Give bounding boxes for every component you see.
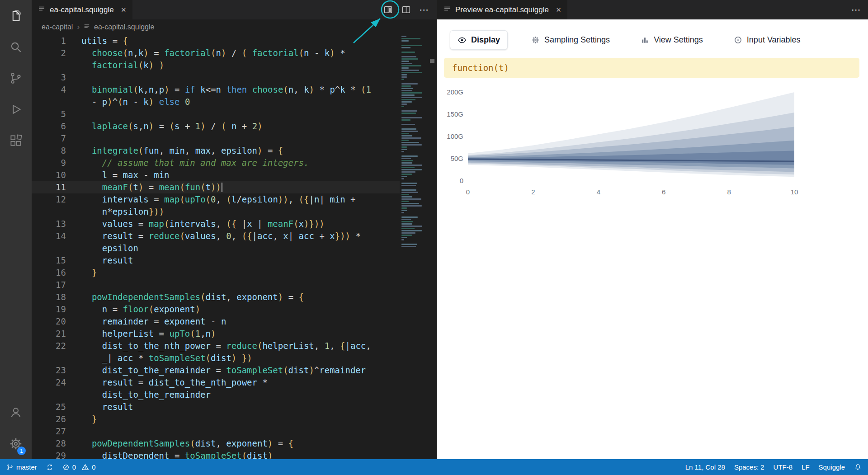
more-actions-button[interactable]: ⋯ (851, 0, 861, 19)
code-row[interactable]: n*epsilon})) (32, 206, 400, 218)
line-number[interactable]: 20 (38, 315, 66, 328)
code-row[interactable]: 10 l = max - min (32, 169, 400, 181)
line-number[interactable]: 2 (38, 47, 66, 59)
tab-sampling-settings[interactable]: Sampling Settings (524, 31, 617, 49)
code-row[interactable]: 14 result = reduce(values, 0, ({|acc, x|… (32, 230, 400, 242)
tab-close-icon[interactable]: × (556, 5, 561, 15)
line-number[interactable]: 4 (38, 84, 66, 96)
code-row[interactable]: 9 // assume that min and max are integer… (32, 157, 400, 169)
line-number[interactable] (38, 242, 66, 254)
line-number[interactable]: 26 (38, 413, 66, 425)
code-editor[interactable]: 1utils = {2 choose(n,k) = factorial(n) /… (32, 35, 400, 459)
line-number[interactable]: 5 (38, 108, 66, 120)
branch-indicator[interactable]: master (6, 463, 37, 471)
open-preview-side-button[interactable] (383, 5, 393, 14)
code-row[interactable]: 8 integrate(fun, min, max, epsilon) = { (32, 145, 400, 157)
tab-display[interactable]: Display (450, 30, 508, 50)
tab-input-variables[interactable]: Input Variables (726, 31, 808, 49)
settings-gear-icon[interactable] (0, 430, 32, 457)
line-number[interactable] (38, 352, 66, 364)
line-number[interactable]: 27 (38, 425, 66, 437)
code-row[interactable]: 3 (32, 71, 400, 84)
line-number[interactable] (38, 96, 66, 108)
tab-ea-capital-squiggle[interactable]: ea-capital.squiggle × (32, 0, 132, 19)
code-row[interactable]: 26 } (32, 413, 400, 425)
line-number[interactable]: 23 (38, 364, 66, 376)
line-number[interactable]: 29 (38, 450, 66, 459)
tab-view-settings[interactable]: View Settings (633, 31, 710, 49)
split-editor-button[interactable] (401, 5, 411, 14)
code-row[interactable]: 22 dist_to_the_nth_power = reduce(helper… (32, 340, 400, 352)
eol-setting[interactable]: LF (802, 463, 810, 471)
line-number[interactable]: 14 (38, 230, 66, 242)
line-number[interactable]: 18 (38, 291, 66, 303)
code-row[interactable]: factorial(k) ) (32, 59, 400, 71)
more-actions-button[interactable]: ⋯ (419, 5, 429, 15)
tab-close-icon[interactable]: × (121, 5, 126, 15)
line-number[interactable] (38, 59, 66, 71)
code-row[interactable]: 17 (32, 279, 400, 291)
code-row[interactable]: 24 result = dist_to_the_nth_power * (32, 376, 400, 389)
code-row[interactable]: 27 (32, 425, 400, 437)
line-number[interactable]: 6 (38, 120, 66, 132)
explorer-icon[interactable] (0, 3, 32, 30)
language-mode[interactable]: Squiggle (819, 463, 845, 471)
line-number[interactable] (38, 389, 66, 401)
code-row[interactable]: 13 values = map(intervals, ({ |x | meanF… (32, 218, 400, 230)
code-row[interactable]: 28 powDependentSamples(dist, exponent) =… (32, 437, 400, 450)
line-number[interactable] (38, 206, 66, 218)
line-number[interactable]: 17 (38, 279, 66, 291)
search-icon[interactable] (0, 33, 32, 61)
code-row[interactable]: 1utils = { (32, 35, 400, 47)
code-row[interactable]: _| acc * toSampleSet(dist) }) (32, 352, 400, 364)
code-row[interactable]: 18 powIndependentSamples(dist, exponent)… (32, 291, 400, 303)
minimap[interactable] (400, 35, 428, 459)
line-number[interactable]: 24 (38, 376, 66, 389)
line-number[interactable]: 16 (38, 267, 66, 279)
cursor-position[interactable]: Ln 11, Col 28 (685, 463, 725, 471)
problems-indicator[interactable]: 0 0 (62, 463, 96, 471)
line-number[interactable]: 25 (38, 401, 66, 413)
code-row[interactable]: 12 intervals = map(upTo(0, (l/epsilon)),… (32, 193, 400, 206)
code-row[interactable]: 11 meanF(t) = mean(fun(t)) (32, 181, 400, 193)
code-row[interactable]: 6 laplace(s,n) = (s + 1) / ( n + 2) (32, 120, 400, 132)
code-row[interactable]: 7 (32, 132, 400, 145)
line-number[interactable]: 22 (38, 340, 66, 352)
line-number[interactable]: 7 (38, 132, 66, 145)
code-row[interactable]: 21 helperList = upTo(1,n) (32, 328, 400, 340)
extensions-icon[interactable] (0, 127, 32, 154)
run-debug-icon[interactable] (0, 96, 32, 123)
breadcrumb-folder[interactable]: ea-capital (42, 23, 73, 31)
code-row[interactable]: 29 distDependent = toSampleSet(dist) (32, 450, 400, 459)
accounts-icon[interactable] (0, 399, 32, 426)
code-row[interactable]: 25 result (32, 401, 400, 413)
line-number[interactable]: 10 (38, 169, 66, 181)
code-row[interactable]: 16 } (32, 267, 400, 279)
code-row[interactable]: 23 dist_to_the_remainder = toSampleSet(d… (32, 364, 400, 376)
code-row[interactable]: 5 (32, 108, 400, 120)
line-number[interactable]: 12 (38, 193, 66, 206)
line-number[interactable]: 9 (38, 157, 66, 169)
line-number[interactable]: 21 (38, 328, 66, 340)
line-number[interactable]: 3 (38, 71, 66, 84)
line-number[interactable]: 1 (38, 35, 66, 47)
line-number[interactable]: 8 (38, 145, 66, 157)
line-number[interactable]: 15 (38, 254, 66, 267)
code-row[interactable]: 20 remainder = exponent - n (32, 315, 400, 328)
line-number[interactable]: 11 (38, 181, 66, 193)
code-row[interactable]: 19 n = floor(exponent) (32, 303, 400, 315)
function-banner[interactable]: function(t) (444, 58, 859, 78)
line-number[interactable]: 19 (38, 303, 66, 315)
code-row[interactable]: 15 result (32, 254, 400, 267)
code-row[interactable]: 2 choose(n,k) = factorial(n) / ( factori… (32, 47, 400, 59)
tab-preview-ea-capital[interactable]: Preview ea-capital.squiggle × (437, 0, 567, 19)
code-row[interactable]: 4 binomial(k,n,p) = if k<=n then choose(… (32, 84, 400, 96)
breadcrumb-file[interactable]: ea-capital.squiggle (94, 23, 154, 31)
source-control-icon[interactable] (0, 65, 32, 92)
sync-button[interactable] (46, 464, 53, 471)
line-number[interactable]: 28 (38, 437, 66, 450)
code-row[interactable]: - p)^(n - k) else 0 (32, 96, 400, 108)
encoding-setting[interactable]: UTF-8 (774, 463, 793, 471)
notifications-bell-icon[interactable] (854, 463, 862, 471)
line-number[interactable]: 13 (38, 218, 66, 230)
